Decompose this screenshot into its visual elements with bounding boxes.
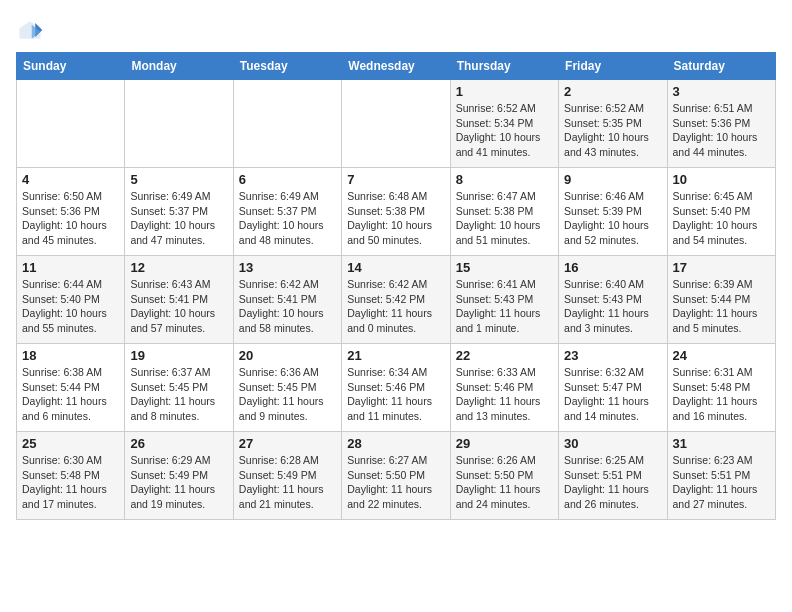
days-of-week-row: SundayMondayTuesdayWednesdayThursdayFrid… <box>17 53 776 80</box>
calendar-cell: 30Sunrise: 6:25 AM Sunset: 5:51 PM Dayli… <box>559 432 667 520</box>
calendar-cell: 24Sunrise: 6:31 AM Sunset: 5:48 PM Dayli… <box>667 344 775 432</box>
day-number: 12 <box>130 260 227 275</box>
day-info: Sunrise: 6:37 AM Sunset: 5:45 PM Dayligh… <box>130 365 227 424</box>
day-number: 7 <box>347 172 444 187</box>
day-number: 29 <box>456 436 553 451</box>
day-number: 23 <box>564 348 661 363</box>
day-number: 3 <box>673 84 770 99</box>
day-number: 10 <box>673 172 770 187</box>
day-info: Sunrise: 6:52 AM Sunset: 5:35 PM Dayligh… <box>564 101 661 160</box>
day-number: 5 <box>130 172 227 187</box>
calendar-cell: 4Sunrise: 6:50 AM Sunset: 5:36 PM Daylig… <box>17 168 125 256</box>
calendar-cell: 1Sunrise: 6:52 AM Sunset: 5:34 PM Daylig… <box>450 80 558 168</box>
day-number: 18 <box>22 348 119 363</box>
day-number: 27 <box>239 436 336 451</box>
calendar-cell <box>17 80 125 168</box>
calendar-cell: 6Sunrise: 6:49 AM Sunset: 5:37 PM Daylig… <box>233 168 341 256</box>
day-info: Sunrise: 6:44 AM Sunset: 5:40 PM Dayligh… <box>22 277 119 336</box>
calendar-cell: 7Sunrise: 6:48 AM Sunset: 5:38 PM Daylig… <box>342 168 450 256</box>
calendar-cell: 27Sunrise: 6:28 AM Sunset: 5:49 PM Dayli… <box>233 432 341 520</box>
calendar-cell: 5Sunrise: 6:49 AM Sunset: 5:37 PM Daylig… <box>125 168 233 256</box>
dow-header-friday: Friday <box>559 53 667 80</box>
day-number: 13 <box>239 260 336 275</box>
day-number: 4 <box>22 172 119 187</box>
calendar-cell: 9Sunrise: 6:46 AM Sunset: 5:39 PM Daylig… <box>559 168 667 256</box>
day-info: Sunrise: 6:51 AM Sunset: 5:36 PM Dayligh… <box>673 101 770 160</box>
day-number: 11 <box>22 260 119 275</box>
week-row-2: 4Sunrise: 6:50 AM Sunset: 5:36 PM Daylig… <box>17 168 776 256</box>
week-row-3: 11Sunrise: 6:44 AM Sunset: 5:40 PM Dayli… <box>17 256 776 344</box>
day-number: 21 <box>347 348 444 363</box>
dow-header-saturday: Saturday <box>667 53 775 80</box>
calendar-cell: 12Sunrise: 6:43 AM Sunset: 5:41 PM Dayli… <box>125 256 233 344</box>
day-info: Sunrise: 6:25 AM Sunset: 5:51 PM Dayligh… <box>564 453 661 512</box>
calendar-cell <box>125 80 233 168</box>
day-info: Sunrise: 6:50 AM Sunset: 5:36 PM Dayligh… <box>22 189 119 248</box>
week-row-5: 25Sunrise: 6:30 AM Sunset: 5:48 PM Dayli… <box>17 432 776 520</box>
day-info: Sunrise: 6:28 AM Sunset: 5:49 PM Dayligh… <box>239 453 336 512</box>
day-number: 6 <box>239 172 336 187</box>
calendar-cell <box>342 80 450 168</box>
calendar-cell: 15Sunrise: 6:41 AM Sunset: 5:43 PM Dayli… <box>450 256 558 344</box>
calendar-cell: 11Sunrise: 6:44 AM Sunset: 5:40 PM Dayli… <box>17 256 125 344</box>
calendar-cell: 26Sunrise: 6:29 AM Sunset: 5:49 PM Dayli… <box>125 432 233 520</box>
day-info: Sunrise: 6:39 AM Sunset: 5:44 PM Dayligh… <box>673 277 770 336</box>
day-number: 9 <box>564 172 661 187</box>
day-number: 19 <box>130 348 227 363</box>
dow-header-sunday: Sunday <box>17 53 125 80</box>
calendar-cell: 14Sunrise: 6:42 AM Sunset: 5:42 PM Dayli… <box>342 256 450 344</box>
calendar-cell: 18Sunrise: 6:38 AM Sunset: 5:44 PM Dayli… <box>17 344 125 432</box>
day-info: Sunrise: 6:43 AM Sunset: 5:41 PM Dayligh… <box>130 277 227 336</box>
calendar-cell: 21Sunrise: 6:34 AM Sunset: 5:46 PM Dayli… <box>342 344 450 432</box>
day-info: Sunrise: 6:52 AM Sunset: 5:34 PM Dayligh… <box>456 101 553 160</box>
day-info: Sunrise: 6:34 AM Sunset: 5:46 PM Dayligh… <box>347 365 444 424</box>
day-number: 26 <box>130 436 227 451</box>
day-info: Sunrise: 6:42 AM Sunset: 5:41 PM Dayligh… <box>239 277 336 336</box>
day-info: Sunrise: 6:23 AM Sunset: 5:51 PM Dayligh… <box>673 453 770 512</box>
day-number: 25 <box>22 436 119 451</box>
day-info: Sunrise: 6:46 AM Sunset: 5:39 PM Dayligh… <box>564 189 661 248</box>
logo-icon <box>16 16 44 44</box>
day-info: Sunrise: 6:26 AM Sunset: 5:50 PM Dayligh… <box>456 453 553 512</box>
calendar-cell: 31Sunrise: 6:23 AM Sunset: 5:51 PM Dayli… <box>667 432 775 520</box>
calendar-cell: 10Sunrise: 6:45 AM Sunset: 5:40 PM Dayli… <box>667 168 775 256</box>
week-row-1: 1Sunrise: 6:52 AM Sunset: 5:34 PM Daylig… <box>17 80 776 168</box>
day-number: 15 <box>456 260 553 275</box>
dow-header-wednesday: Wednesday <box>342 53 450 80</box>
calendar-cell: 23Sunrise: 6:32 AM Sunset: 5:47 PM Dayli… <box>559 344 667 432</box>
dow-header-monday: Monday <box>125 53 233 80</box>
day-info: Sunrise: 6:40 AM Sunset: 5:43 PM Dayligh… <box>564 277 661 336</box>
day-number: 22 <box>456 348 553 363</box>
calendar-cell: 8Sunrise: 6:47 AM Sunset: 5:38 PM Daylig… <box>450 168 558 256</box>
calendar-cell: 25Sunrise: 6:30 AM Sunset: 5:48 PM Dayli… <box>17 432 125 520</box>
day-info: Sunrise: 6:42 AM Sunset: 5:42 PM Dayligh… <box>347 277 444 336</box>
calendar-body: 1Sunrise: 6:52 AM Sunset: 5:34 PM Daylig… <box>17 80 776 520</box>
calendar-cell: 20Sunrise: 6:36 AM Sunset: 5:45 PM Dayli… <box>233 344 341 432</box>
day-info: Sunrise: 6:49 AM Sunset: 5:37 PM Dayligh… <box>130 189 227 248</box>
day-number: 8 <box>456 172 553 187</box>
day-number: 30 <box>564 436 661 451</box>
day-info: Sunrise: 6:49 AM Sunset: 5:37 PM Dayligh… <box>239 189 336 248</box>
day-info: Sunrise: 6:32 AM Sunset: 5:47 PM Dayligh… <box>564 365 661 424</box>
day-info: Sunrise: 6:30 AM Sunset: 5:48 PM Dayligh… <box>22 453 119 512</box>
day-number: 31 <box>673 436 770 451</box>
calendar-cell: 19Sunrise: 6:37 AM Sunset: 5:45 PM Dayli… <box>125 344 233 432</box>
calendar-cell: 17Sunrise: 6:39 AM Sunset: 5:44 PM Dayli… <box>667 256 775 344</box>
day-info: Sunrise: 6:45 AM Sunset: 5:40 PM Dayligh… <box>673 189 770 248</box>
calendar-cell: 3Sunrise: 6:51 AM Sunset: 5:36 PM Daylig… <box>667 80 775 168</box>
day-number: 20 <box>239 348 336 363</box>
day-info: Sunrise: 6:29 AM Sunset: 5:49 PM Dayligh… <box>130 453 227 512</box>
calendar-cell: 29Sunrise: 6:26 AM Sunset: 5:50 PM Dayli… <box>450 432 558 520</box>
day-info: Sunrise: 6:41 AM Sunset: 5:43 PM Dayligh… <box>456 277 553 336</box>
day-info: Sunrise: 6:48 AM Sunset: 5:38 PM Dayligh… <box>347 189 444 248</box>
dow-header-tuesday: Tuesday <box>233 53 341 80</box>
header <box>16 16 776 44</box>
day-info: Sunrise: 6:47 AM Sunset: 5:38 PM Dayligh… <box>456 189 553 248</box>
week-row-4: 18Sunrise: 6:38 AM Sunset: 5:44 PM Dayli… <box>17 344 776 432</box>
calendar-cell: 2Sunrise: 6:52 AM Sunset: 5:35 PM Daylig… <box>559 80 667 168</box>
day-number: 2 <box>564 84 661 99</box>
calendar-cell <box>233 80 341 168</box>
day-number: 14 <box>347 260 444 275</box>
dow-header-thursday: Thursday <box>450 53 558 80</box>
day-number: 24 <box>673 348 770 363</box>
